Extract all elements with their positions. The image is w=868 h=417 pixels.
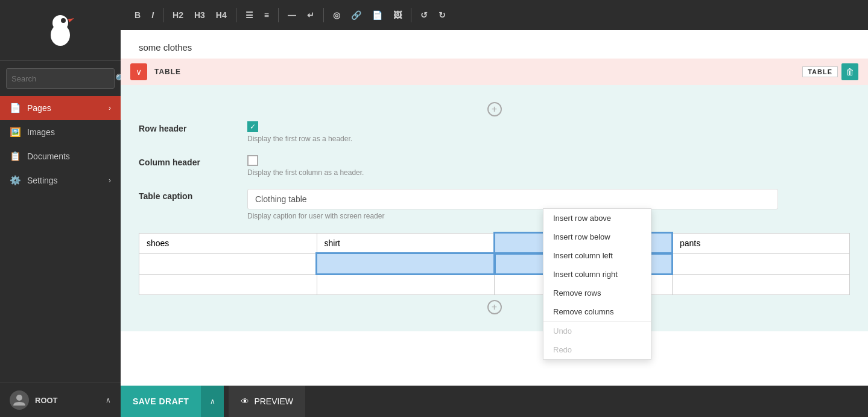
row-header-setting: Row header ✓ Display the first row as a … (139, 121, 850, 143)
separator-2 (236, 8, 236, 22)
context-menu-insert-row-above[interactable]: Insert row above (543, 209, 651, 228)
horizontal-rule-button[interactable]: — (284, 7, 300, 23)
separator-3 (278, 8, 279, 22)
images-icon: 🖼️ (10, 127, 21, 138)
column-header-description: Display the first column as a header. (247, 168, 850, 177)
table-caption-input[interactable] (247, 189, 778, 209)
sidebar-item-documents[interactable]: 📋 Documents (0, 144, 121, 168)
sidebar-item-pages[interactable]: 📄 Pages › (0, 96, 121, 120)
save-dropdown-button[interactable]: ∧ (201, 386, 224, 417)
table-delete-button[interactable]: 🗑 (841, 63, 858, 80)
table-cell[interactable]: pants (672, 233, 850, 253)
sidebar-item-documents-label: Documents (27, 151, 70, 161)
context-menu-insert-row-below[interactable]: Insert row below (543, 228, 651, 246)
content-area: some clothes ∨ TABLE TABLE 🗑 + Row heade… (121, 30, 868, 386)
doc-button[interactable]: 📄 (368, 7, 387, 23)
context-menu-insert-column-right[interactable]: Insert column right (543, 265, 651, 284)
row-header-label: Row header (139, 121, 247, 133)
footer-chevron-icon: ∧ (106, 396, 111, 404)
search-box[interactable]: 🔍 (6, 68, 115, 89)
table-bar-actions: TABLE 🗑 (802, 63, 858, 80)
sidebar-nav: 📄 Pages › 🖼️ Images 📋 Documents ⚙️ Setti… (0, 96, 121, 383)
context-menu-remove-columns[interactable]: Remove columns (543, 302, 651, 321)
column-header-checkbox[interactable] (247, 155, 258, 166)
italic-button[interactable]: I (147, 7, 158, 23)
table-cell[interactable] (139, 274, 317, 294)
table-row (139, 253, 850, 274)
context-menu-remove-rows[interactable]: Remove rows (543, 284, 651, 302)
media-button[interactable]: ◎ (329, 7, 344, 23)
table-row (139, 274, 850, 294)
separator-5 (411, 8, 411, 22)
main-area: B I H2 H3 H4 ☰ ≡ — ↵ ◎ 🔗 📄 🖼 ↺ ↻ some cl… (121, 0, 868, 417)
logo-area (0, 0, 121, 61)
table-bar: ∨ TABLE TABLE 🗑 (121, 59, 868, 85)
table-cell[interactable] (139, 253, 317, 274)
sidebar-item-settings-label: Settings (27, 176, 58, 185)
save-draft-button[interactable]: SAVE DRAFT (121, 386, 201, 417)
row-header-description: Display the first row as a header. (247, 135, 850, 143)
content-paragraph: some clothes (139, 42, 850, 53)
add-row-above-button[interactable]: + (139, 97, 850, 121)
row-header-checkbox[interactable]: ✓ (247, 121, 258, 132)
table-caption-setting: Table caption Display caption for user w… (139, 189, 850, 220)
search-input[interactable] (11, 74, 113, 83)
preview-label: PREVIEW (254, 396, 293, 406)
bottom-bar: SAVE DRAFT ∧ 👁 PREVIEW (121, 386, 868, 417)
image-button[interactable]: 🖼 (389, 7, 406, 23)
h4-button[interactable]: H4 (212, 7, 231, 23)
context-menu-redo: Redo (543, 340, 651, 359)
table-badge: TABLE (802, 66, 838, 77)
table-caption-label: Table caption (139, 189, 247, 201)
context-menu-undo: Undo (543, 322, 651, 340)
save-dropdown-icon: ∧ (210, 397, 215, 406)
eye-icon: 👁 (241, 396, 249, 406)
formatting-toolbar: B I H2 H3 H4 ☰ ≡ — ↵ ◎ 🔗 📄 🖼 ↺ ↻ (121, 0, 868, 30)
context-menu: Insert row above Insert row below Insert… (543, 208, 651, 360)
svg-point-4 (16, 395, 22, 401)
sidebar-item-images-label: Images (27, 127, 55, 137)
h2-button[interactable]: H2 (168, 7, 188, 23)
svg-marker-3 (68, 18, 74, 22)
separator-1 (163, 8, 163, 22)
column-header-setting: Column header Display the first column a… (139, 155, 850, 177)
context-menu-insert-column-left[interactable]: Insert column left (543, 246, 651, 265)
row-header-content: ✓ Display the first row as a header. (247, 121, 850, 143)
table-cell-selected[interactable] (317, 253, 495, 274)
unordered-list-button[interactable]: ≡ (260, 7, 273, 23)
redo-button[interactable]: ↻ (434, 7, 450, 23)
settings-chevron-icon: › (109, 176, 111, 185)
svg-point-1 (52, 15, 68, 31)
preview-button[interactable]: 👁 PREVIEW (229, 386, 305, 417)
table-toggle-button[interactable]: ∨ (130, 63, 147, 80)
table-row: shoes shirt pants (139, 233, 850, 253)
table-settings-panel: + Row header ✓ Display the first row as … (121, 85, 868, 331)
user-footer[interactable]: ROOT ∧ (0, 383, 121, 417)
ordered-list-button[interactable]: ☰ (241, 7, 258, 23)
table-bar-label: TABLE (154, 68, 181, 76)
svg-point-2 (61, 18, 66, 23)
pages-icon: 📄 (10, 103, 21, 113)
plus-circle-below-icon: + (487, 300, 502, 314)
add-row-below-button[interactable]: + (139, 295, 850, 319)
sidebar: 🔍 📄 Pages › 🖼️ Images 📋 Documents ⚙️ Set… (0, 0, 121, 417)
table-cell[interactable] (672, 274, 850, 294)
table-cell[interactable]: shirt (317, 233, 495, 253)
documents-icon: 📋 (10, 151, 21, 162)
line-break-button[interactable]: ↵ (303, 7, 318, 23)
sidebar-item-images[interactable]: 🖼️ Images (0, 120, 121, 144)
bold-button[interactable]: B (130, 7, 145, 23)
pages-chevron-icon: › (109, 104, 111, 112)
undo-button[interactable]: ↺ (416, 7, 432, 23)
sidebar-item-settings[interactable]: ⚙️ Settings › (0, 168, 121, 193)
column-header-content: Display the first column as a header. (247, 155, 850, 177)
table-cell[interactable]: shoes (139, 233, 317, 253)
separator-4 (323, 8, 324, 22)
link-button[interactable]: 🔗 (347, 7, 366, 23)
settings-icon: ⚙️ (10, 175, 21, 186)
plus-circle-icon: + (487, 102, 502, 116)
h3-button[interactable]: H3 (190, 7, 209, 23)
table-cell[interactable] (317, 274, 495, 294)
bird-logo (45, 12, 75, 48)
table-cell[interactable] (672, 253, 850, 274)
